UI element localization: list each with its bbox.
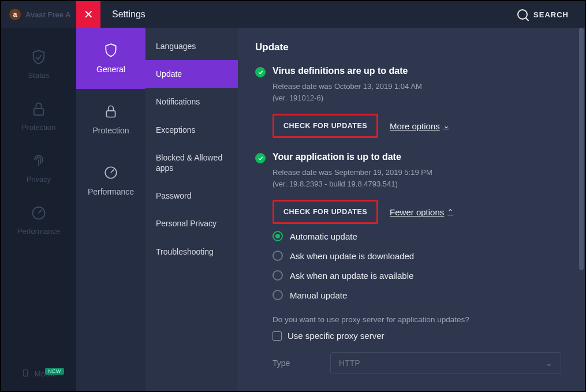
- submenu-password[interactable]: Password: [145, 182, 238, 210]
- mobile-icon: [21, 368, 30, 379]
- submenu-languages[interactable]: Languages: [145, 32, 238, 60]
- search-icon: [517, 9, 528, 20]
- tab-label: Performance: [88, 187, 134, 196]
- tab-label: Protection: [92, 126, 129, 135]
- proxy-type-select[interactable]: HTTP ⌄: [330, 352, 561, 374]
- lock-icon: [103, 104, 118, 119]
- submenu-notifications[interactable]: Notifications: [145, 88, 238, 115]
- settings-submenu: Languages Update Notifications Exception…: [145, 28, 238, 391]
- close-icon: ✕: [84, 8, 94, 21]
- scrollbar[interactable]: [579, 28, 584, 270]
- radio-ask-available[interactable]: Ask when an update is available: [273, 266, 568, 285]
- update-mode-radio-group: Automatic update Ask when update is down…: [273, 226, 568, 305]
- fewer-options-label: Fewer options: [390, 207, 444, 217]
- app-status-title: Your application is up to date: [273, 152, 401, 162]
- submenu-exceptions[interactable]: Exceptions: [145, 116, 238, 144]
- page-title: Settings: [100, 9, 145, 20]
- radio-label: Automatic update: [290, 232, 357, 241]
- submenu-blocked-allowed[interactable]: Blocked & Allowed apps: [145, 144, 238, 182]
- app-fewer-options-link[interactable]: Fewer options ⌃: [390, 207, 453, 217]
- virus-version: (ver. 191012-6): [273, 92, 568, 104]
- nav-protection[interactable]: Protection: [1, 90, 76, 142]
- nav-label: Protection: [22, 123, 56, 132]
- chevron-down-icon: ⌄: [546, 359, 553, 368]
- virus-status-title: Virus definitions are up to date: [273, 66, 408, 76]
- checkbox-icon: [273, 331, 282, 341]
- submenu-troubleshooting[interactable]: Troubleshooting: [145, 238, 238, 266]
- use-proxy-checkbox[interactable]: Use specific proxy server: [273, 331, 568, 341]
- chevron-down-icon: ⌄: [443, 122, 449, 130]
- new-badge: NEW: [45, 368, 64, 375]
- avast-logo-icon: a: [9, 9, 21, 20]
- nav-mobile[interactable]: NEW Mobile: [1, 356, 76, 391]
- radio-ask-downloaded[interactable]: Ask when update is downloaded: [273, 246, 568, 266]
- search-button[interactable]: SEARCH: [517, 9, 569, 20]
- radio-icon: [273, 290, 283, 300]
- lock-icon: [31, 101, 47, 117]
- nav-performance[interactable]: Performance: [1, 194, 76, 246]
- radio-label: Manual update: [290, 290, 347, 300]
- select-value: HTTP: [339, 359, 360, 368]
- application-section: Your application is up to date Release d…: [255, 152, 568, 374]
- radio-icon: [273, 231, 283, 241]
- status-ok-icon: [255, 153, 266, 163]
- virus-release-date: Release date was October 13, 2019 1:04 A…: [273, 81, 568, 92]
- radio-automatic-update[interactable]: Automatic update: [273, 226, 568, 246]
- submenu-update[interactable]: Update: [145, 60, 238, 88]
- app-release-info: Release date was September 19, 2019 5:19…: [273, 167, 568, 189]
- app-name: Avast Free A: [25, 10, 71, 19]
- check-app-updates-button[interactable]: CHECK FOR UPDATES: [273, 200, 378, 224]
- checkbox-label: Use specific proxy server: [288, 331, 385, 341]
- radio-manual-update[interactable]: Manual update: [273, 285, 568, 305]
- virus-release-info: Release date was October 13, 2019 1:04 A…: [273, 81, 568, 103]
- tab-label: General: [96, 65, 125, 74]
- radio-icon: [273, 251, 283, 261]
- radio-label: Ask when an update is available: [290, 271, 413, 281]
- main-content: Update Virus definitions are up to date …: [238, 28, 585, 391]
- content-heading: Update: [255, 42, 568, 53]
- more-options-label: More options: [390, 121, 440, 131]
- fingerprint-icon: [31, 153, 47, 169]
- gauge-icon: [31, 205, 47, 221]
- nav-label: Performance: [17, 227, 60, 236]
- radio-icon: [273, 270, 283, 281]
- submenu-personal-privacy[interactable]: Personal Privacy: [145, 210, 238, 237]
- header-bar: a Avast Free A ✕ Settings SEARCH: [1, 1, 585, 28]
- proxy-type-label: Type: [273, 359, 319, 368]
- status-ok-icon: [255, 67, 266, 77]
- check-virus-updates-button[interactable]: CHECK FOR UPDATES: [273, 114, 378, 138]
- main-nav: Status Protection Privacy Performance: [1, 28, 76, 391]
- app-release-date: Release date was September 19, 2019 5:19…: [273, 167, 568, 178]
- app-logo-area: a Avast Free A: [1, 1, 76, 28]
- shield-icon: [103, 43, 118, 58]
- nav-privacy[interactable]: Privacy: [1, 142, 76, 194]
- nav-status[interactable]: Status: [1, 38, 76, 90]
- nav-label: Privacy: [27, 175, 51, 184]
- svg-rect-0: [34, 108, 43, 115]
- tab-general[interactable]: General: [76, 28, 145, 89]
- proxy-settings: Do you want to use proxy server for appl…: [273, 315, 568, 374]
- nav-label: Status: [28, 71, 50, 80]
- virus-more-options-link[interactable]: More options ⌄: [390, 121, 449, 131]
- tab-performance[interactable]: Performance: [76, 150, 145, 211]
- virus-definitions-section: Virus definitions are up to date Release…: [255, 66, 568, 138]
- app-version: (ver. 19.8.2393 - build 19.8.4793.541): [273, 178, 568, 190]
- chevron-up-icon: ⌃: [447, 208, 453, 216]
- svg-rect-4: [106, 111, 115, 117]
- gauge-icon: [103, 165, 118, 180]
- close-button[interactable]: ✕: [76, 1, 100, 28]
- proxy-question: Do you want to use proxy server for appl…: [273, 315, 568, 324]
- radio-label: Ask when update is downloaded: [290, 251, 414, 261]
- tab-protection[interactable]: Protection: [76, 89, 145, 150]
- shield-check-icon: [31, 49, 47, 65]
- search-label: SEARCH: [533, 10, 569, 19]
- settings-tabs: General Protection Performance: [76, 28, 145, 391]
